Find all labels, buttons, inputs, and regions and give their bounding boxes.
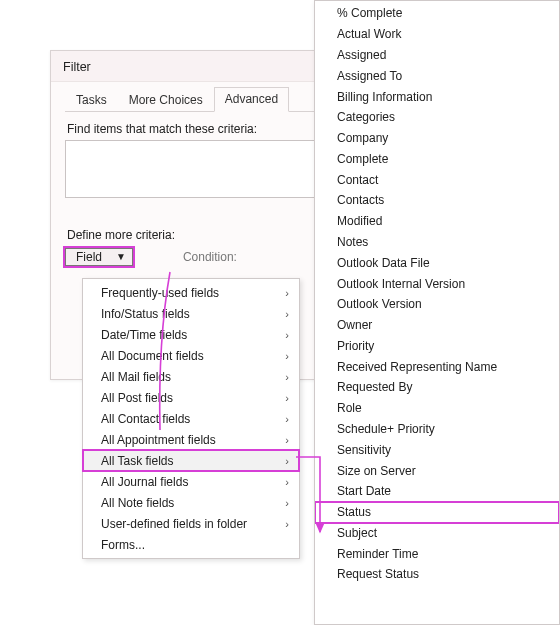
- menu-item-label: All Journal fields: [101, 475, 188, 489]
- field-category-item[interactable]: All Post fields›: [83, 387, 299, 408]
- task-field-item[interactable]: Reminder Time: [315, 543, 559, 564]
- menu-item-label: All Post fields: [101, 391, 173, 405]
- task-field-item[interactable]: Outlook Internal Version: [315, 273, 559, 294]
- field-category-item[interactable]: All Mail fields›: [83, 366, 299, 387]
- field-dropdown-label: Field: [76, 250, 102, 264]
- task-field-item[interactable]: Sensitivity: [315, 439, 559, 460]
- condition-label: Condition:: [183, 250, 237, 264]
- menu-item-label: All Mail fields: [101, 370, 171, 384]
- chevron-right-icon: ›: [285, 476, 289, 488]
- task-field-item[interactable]: Actual Work: [315, 24, 559, 45]
- task-field-item[interactable]: Owner: [315, 315, 559, 336]
- task-field-item[interactable]: Priority: [315, 336, 559, 357]
- task-field-item[interactable]: Start Date: [315, 481, 559, 502]
- chevron-right-icon: ›: [285, 350, 289, 362]
- task-field-item[interactable]: Contact: [315, 169, 559, 190]
- task-field-item[interactable]: Notes: [315, 232, 559, 253]
- field-dropdown-button[interactable]: Field ▼: [65, 248, 133, 266]
- task-field-item[interactable]: Assigned: [315, 45, 559, 66]
- field-category-item[interactable]: Frequently-used fields›: [83, 282, 299, 303]
- menu-item-label: All Document fields: [101, 349, 204, 363]
- tab-tasks[interactable]: Tasks: [65, 88, 118, 112]
- task-field-item[interactable]: Schedule+ Priority: [315, 419, 559, 440]
- field-category-item[interactable]: User-defined fields in folder›: [83, 513, 299, 534]
- chevron-right-icon: ›: [285, 308, 289, 320]
- task-field-item[interactable]: % Complete: [315, 3, 559, 24]
- menu-item-label: Info/Status fields: [101, 307, 190, 321]
- task-field-item[interactable]: Received Representing Name: [315, 356, 559, 377]
- field-category-item[interactable]: Date/Time fields›: [83, 324, 299, 345]
- menu-item-label: User-defined fields in folder: [101, 517, 247, 531]
- field-category-item[interactable]: Forms...: [83, 534, 299, 555]
- field-category-item[interactable]: All Document fields›: [83, 345, 299, 366]
- task-field-item[interactable]: Categories: [315, 107, 559, 128]
- task-field-item[interactable]: Request Status: [315, 564, 559, 585]
- menu-item-label: All Task fields: [101, 454, 173, 468]
- criteria-list[interactable]: [65, 140, 335, 198]
- menu-item-label: All Appointment fields: [101, 433, 216, 447]
- chevron-right-icon: ›: [285, 371, 289, 383]
- field-category-menu: Frequently-used fields›Info/Status field…: [82, 278, 300, 559]
- menu-item-label: Forms...: [101, 538, 145, 552]
- field-category-item[interactable]: All Appointment fields›: [83, 429, 299, 450]
- task-field-item[interactable]: Modified: [315, 211, 559, 232]
- task-field-item[interactable]: Outlook Data File: [315, 252, 559, 273]
- menu-item-label: Date/Time fields: [101, 328, 187, 342]
- field-category-item[interactable]: All Note fields›: [83, 492, 299, 513]
- task-field-item[interactable]: Complete: [315, 148, 559, 169]
- chevron-right-icon: ›: [285, 518, 289, 530]
- field-category-item[interactable]: All Journal fields›: [83, 471, 299, 492]
- tab-more-choices[interactable]: More Choices: [118, 88, 214, 112]
- task-field-item[interactable]: Status: [315, 502, 559, 523]
- task-field-item[interactable]: Outlook Version: [315, 294, 559, 315]
- chevron-right-icon: ›: [285, 497, 289, 509]
- chevron-right-icon: ›: [285, 287, 289, 299]
- task-field-item[interactable]: Assigned To: [315, 65, 559, 86]
- task-field-item[interactable]: Role: [315, 398, 559, 419]
- chevron-right-icon: ›: [285, 392, 289, 404]
- task-field-item[interactable]: Company: [315, 128, 559, 149]
- chevron-right-icon: ›: [285, 434, 289, 446]
- menu-item-label: All Contact fields: [101, 412, 190, 426]
- chevron-right-icon: ›: [285, 413, 289, 425]
- menu-item-label: Frequently-used fields: [101, 286, 219, 300]
- task-field-item[interactable]: Billing Information: [315, 86, 559, 107]
- chevron-right-icon: ›: [285, 455, 289, 467]
- field-category-item[interactable]: All Task fields›: [83, 450, 299, 471]
- task-field-item[interactable]: Size on Server: [315, 460, 559, 481]
- task-fields-submenu: % CompleteActual WorkAssignedAssigned To…: [314, 0, 560, 625]
- tab-advanced[interactable]: Advanced: [214, 87, 289, 112]
- chevron-down-icon: ▼: [116, 252, 126, 262]
- field-category-item[interactable]: Info/Status fields›: [83, 303, 299, 324]
- task-field-item[interactable]: Subject: [315, 523, 559, 544]
- task-field-item[interactable]: Requested By: [315, 377, 559, 398]
- task-field-item[interactable]: Contacts: [315, 190, 559, 211]
- chevron-right-icon: ›: [285, 329, 289, 341]
- field-category-item[interactable]: All Contact fields›: [83, 408, 299, 429]
- menu-item-label: All Note fields: [101, 496, 174, 510]
